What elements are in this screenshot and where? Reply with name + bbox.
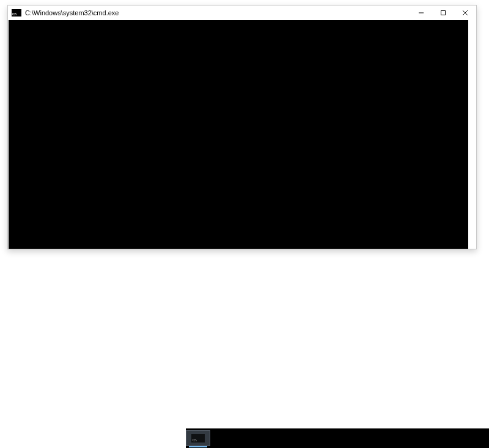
close-button[interactable] [454, 6, 476, 20]
console-output[interactable] [9, 20, 468, 249]
taskbar[interactable]: C:\ [186, 428, 489, 448]
titlebar[interactable]: C:\ C:\Windows\system32\cmd.exe [8, 6, 476, 20]
svg-rect-1 [441, 11, 446, 15]
maximize-icon [440, 10, 446, 16]
close-icon [462, 10, 468, 16]
window-title: C:\Windows\system32\cmd.exe [25, 9, 119, 17]
maximize-button[interactable] [432, 6, 454, 20]
minimize-icon [418, 10, 424, 16]
minimize-button[interactable] [410, 6, 432, 20]
cmd-icon: C:\ [12, 9, 21, 17]
cmd-icon: C:\ [191, 434, 205, 442]
cmd-window: C:\ C:\Windows\system32\cmd.exe [7, 5, 477, 249]
taskbar-item-cmd[interactable]: C:\ [186, 430, 210, 446]
